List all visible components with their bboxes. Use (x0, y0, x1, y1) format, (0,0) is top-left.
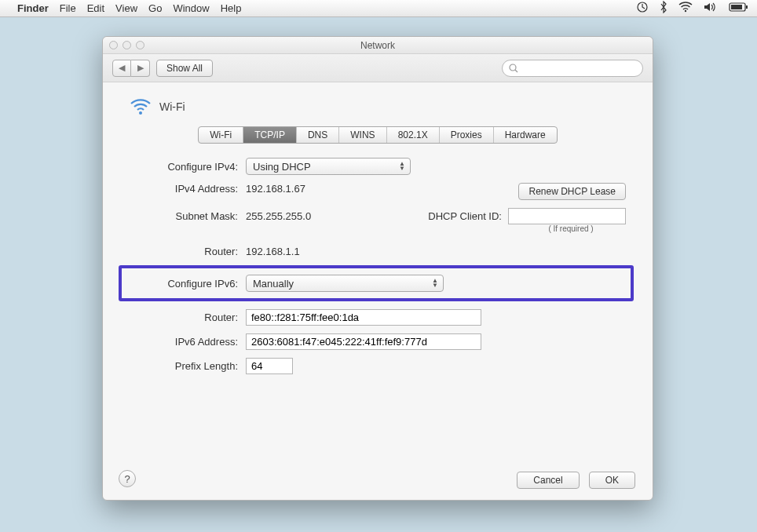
configure-ipv6-highlight: Configure IPv6: Manually ▲▼ (119, 265, 634, 301)
traffic-lights (109, 41, 144, 49)
prefix-length-input[interactable] (246, 358, 293, 374)
toolbar: ◀ ▶ Show All (103, 54, 653, 82)
ipv4-router-value: 192.168.1.1 (246, 246, 300, 257)
tab-tcpip[interactable]: TCP/IP (243, 127, 297, 143)
if-required-text: ( If required ) (516, 224, 634, 233)
renew-dhcp-button[interactable]: Renew DHCP Lease (518, 183, 626, 200)
ipv4-address-value: 192.168.1.67 (246, 183, 305, 195)
chevron-updown-icon: ▲▼ (399, 162, 405, 171)
zoom-icon[interactable] (136, 41, 144, 49)
tab-wifi[interactable]: Wi-Fi (199, 127, 243, 143)
menu-go[interactable]: Go (148, 2, 162, 14)
ok-button[interactable]: OK (589, 472, 635, 489)
network-window: Network ◀ ▶ Show All Wi-Fi Wi-Fi TCP/IP … (102, 36, 653, 501)
ipv4-router-label: Router: (122, 246, 246, 257)
configure-ipv6-value: Manually (253, 278, 294, 290)
tab-8021x[interactable]: 802.1X (387, 127, 440, 143)
svg-point-1 (685, 10, 686, 12)
dhcp-client-id-input[interactable] (508, 208, 626, 224)
dialog-actions: Cancel OK (517, 472, 635, 489)
wifi-title: Wi-Fi (159, 100, 185, 113)
svg-rect-4 (731, 5, 742, 9)
menubar: Finder File Edit View Go Window Help (0, 0, 757, 17)
subnet-mask-value: 255.255.255.0 (246, 210, 311, 222)
cancel-button[interactable]: Cancel (517, 472, 579, 489)
configure-ipv4-label: Configure IPv4: (122, 161, 246, 173)
menubar-extras (636, 1, 749, 16)
tabs: Wi-Fi TCP/IP DNS WINS 802.1X Proxies Har… (122, 126, 634, 144)
back-button[interactable]: ◀ (112, 60, 131, 77)
tab-dns[interactable]: DNS (297, 127, 339, 143)
menu-edit[interactable]: Edit (87, 2, 104, 14)
battery-icon[interactable] (729, 2, 749, 15)
content: Wi-Fi Wi-Fi TCP/IP DNS WINS 802.1X Proxi… (103, 82, 653, 500)
wifi-icon[interactable] (678, 2, 693, 15)
menu-help[interactable]: Help (221, 2, 242, 14)
configure-ipv6-select[interactable]: Manually ▲▼ (246, 275, 444, 292)
svg-point-5 (510, 64, 516, 71)
forward-button[interactable]: ▶ (131, 60, 150, 77)
bluetooth-icon[interactable] (660, 1, 667, 16)
svg-rect-3 (746, 5, 748, 9)
volume-icon[interactable] (704, 2, 718, 15)
tab-proxies[interactable]: Proxies (440, 127, 494, 143)
help-button[interactable]: ? (119, 470, 136, 487)
wifi-header: Wi-Fi (130, 98, 634, 115)
titlebar: Network (103, 37, 653, 54)
wifi-large-icon (130, 98, 152, 115)
chevron-updown-icon: ▲▼ (432, 279, 438, 288)
configure-ipv4-value: Using DHCP (253, 161, 311, 173)
configure-ipv6-label: Configure IPv6: (122, 278, 246, 290)
menu-file[interactable]: File (60, 2, 76, 14)
dhcp-client-id-label: DHCP Client ID: (428, 210, 502, 222)
menu-window[interactable]: Window (173, 2, 209, 14)
nav-buttons: ◀ ▶ (112, 60, 150, 77)
menu-view[interactable]: View (115, 2, 137, 14)
window-title: Network (360, 40, 395, 51)
tab-hardware[interactable]: Hardware (494, 127, 557, 143)
ipv6-router-input[interactable] (246, 309, 481, 326)
ipv6-address-input[interactable] (246, 333, 481, 350)
minimize-icon[interactable] (123, 41, 131, 49)
prefix-length-label: Prefix Length: (122, 360, 246, 372)
svg-point-6 (139, 111, 142, 115)
search-input[interactable] (502, 60, 643, 77)
close-icon[interactable] (109, 41, 118, 49)
subnet-mask-label: Subnet Mask: (122, 210, 246, 222)
tab-wins[interactable]: WINS (339, 127, 386, 143)
show-all-button[interactable]: Show All (156, 60, 213, 77)
timemachine-icon[interactable] (636, 1, 649, 16)
ipv6-address-label: IPv6 Address: (122, 336, 246, 348)
ipv4-address-label: IPv4 Address: (122, 183, 246, 195)
ipv6-router-label: Router: (122, 312, 246, 323)
configure-ipv4-select[interactable]: Using DHCP ▲▼ (246, 158, 411, 175)
app-name[interactable]: Finder (17, 2, 49, 14)
